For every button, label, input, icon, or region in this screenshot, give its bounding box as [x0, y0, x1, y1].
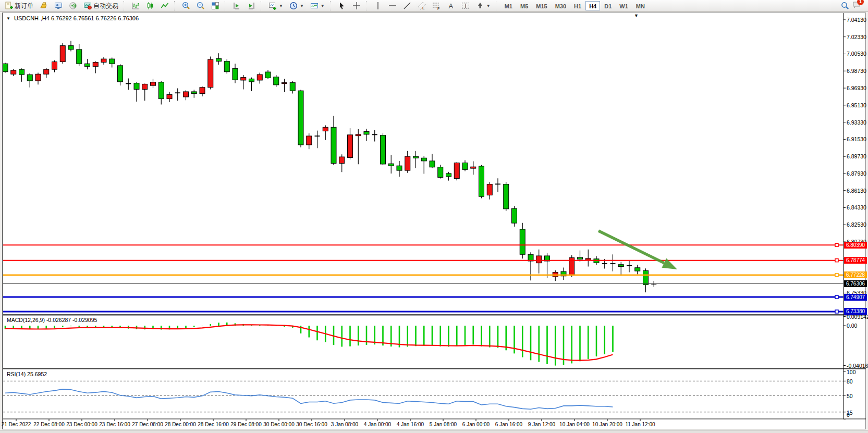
candle	[454, 162, 459, 180]
toolbar-separator	[174, 1, 177, 10]
cursor-button[interactable]	[335, 1, 349, 11]
line-handle[interactable]	[835, 295, 838, 299]
zoom-out-icon	[197, 2, 205, 10]
timeframe-button-h4[interactable]: H4	[585, 1, 600, 10]
timeframe-button-m30[interactable]: M30	[552, 1, 570, 10]
new-order-label: 新订单	[15, 2, 33, 10]
label-icon: T	[461, 2, 470, 10]
auto-scroll-icon	[247, 2, 255, 10]
timeframe-button-m5[interactable]: M5	[517, 1, 532, 10]
candle	[11, 69, 16, 76]
candle	[430, 154, 435, 168]
horizontal-line-button[interactable]	[386, 1, 399, 11]
candle	[134, 82, 139, 102]
candle	[27, 73, 32, 87]
vertical-line-button[interactable]	[371, 1, 385, 11]
candle	[348, 128, 353, 159]
timeframe-button-m15[interactable]: M15	[532, 1, 551, 10]
timeframe-button-d1[interactable]: D1	[601, 1, 615, 10]
candle	[126, 78, 131, 90]
crosshair-button[interactable]	[350, 1, 363, 11]
autotrade-button[interactable]: 自动交易	[81, 1, 121, 11]
candle	[35, 73, 41, 85]
candle	[3, 63, 8, 72]
candle	[446, 172, 451, 181]
symbol-dropdown-icon[interactable]: ▼	[6, 16, 10, 21]
candle	[512, 206, 517, 227]
candle	[413, 151, 419, 168]
time-tick-label: 29 Dec 08:00	[230, 422, 262, 427]
periods-button[interactable]: ▼	[287, 1, 307, 11]
chart-window: ▼ USDCNH-,H4 6.76292 6.76561 6.76226 6.7…	[2, 13, 866, 429]
zoom-out-button[interactable]	[194, 1, 207, 11]
chevron-down-icon: ▼	[300, 4, 304, 8]
tile-windows-button[interactable]	[209, 1, 222, 11]
candle	[282, 79, 287, 92]
candle	[298, 90, 303, 147]
zoom-in-button[interactable]	[179, 1, 193, 11]
panel-separator[interactable]	[3, 314, 866, 316]
text-button[interactable]: A	[444, 1, 458, 11]
candle	[233, 64, 238, 83]
market-watch-button[interactable]	[37, 1, 51, 11]
rsi-layer	[3, 381, 843, 412]
label-button[interactable]: T	[459, 1, 472, 11]
time-tick-label: 6 Jan 00:00	[462, 422, 490, 427]
trendline-button[interactable]	[400, 1, 414, 11]
price-tick-label: 6.96930	[847, 85, 866, 91]
current-price-badge: 6.76306	[844, 280, 867, 287]
signal-button[interactable]	[66, 1, 80, 11]
arrows-button[interactable]: ▼	[473, 1, 493, 11]
line-chart-icon	[161, 2, 169, 10]
data-window-button[interactable]	[52, 1, 65, 11]
candle	[167, 92, 172, 102]
candle	[77, 44, 82, 66]
rsi-axis-label: 50	[847, 393, 853, 399]
notifications-button[interactable]: 1	[852, 1, 861, 11]
hlines-layer	[3, 243, 843, 313]
panel-separator[interactable]	[3, 368, 866, 369]
price-tick-label: 7.02330	[847, 34, 866, 40]
time-tick-label: 6 Jan 16:00	[495, 422, 522, 427]
auto-scroll-button[interactable]	[244, 1, 258, 11]
time-tick-label: 22 Dec 08:00	[33, 422, 65, 427]
template-button[interactable]: ▼	[308, 1, 327, 11]
line-handle[interactable]	[835, 259, 838, 262]
price-tick-label: 6.91530	[847, 136, 866, 142]
trend-arrow[interactable]	[598, 231, 664, 263]
candle	[158, 81, 164, 105]
candlestick-chart-button[interactable]	[143, 1, 157, 11]
chart-shift-button[interactable]	[230, 1, 243, 11]
chart-canvas[interactable]	[3, 13, 866, 429]
line-chart-button[interactable]	[158, 1, 172, 11]
frame-layer	[3, 13, 866, 421]
timeframe-button-m1[interactable]: M1	[501, 1, 516, 10]
chart-shift-marker-icon[interactable]: ▼	[634, 13, 639, 18]
candle	[224, 59, 229, 73]
signal-icon	[69, 2, 77, 10]
candle	[44, 68, 49, 78]
crosshair-icon	[352, 2, 361, 10]
macd-axis-label: -0.040162	[847, 363, 868, 369]
new-chart-button[interactable]: ▼	[266, 1, 286, 11]
candle	[200, 86, 205, 96]
time-tick-label: 4 Jan 00:00	[364, 422, 391, 427]
line-handle[interactable]	[835, 243, 838, 246]
candle	[471, 161, 476, 175]
timeframe-button-mn[interactable]: MN	[632, 1, 649, 10]
bar-chart-button[interactable]	[129, 1, 142, 11]
timeframe-button-w1[interactable]: W1	[616, 1, 632, 10]
time-tick-label: 28 Dec 00:00	[165, 422, 196, 427]
candle	[504, 182, 509, 212]
search-icon[interactable]	[841, 2, 849, 10]
arrows-icon	[476, 2, 484, 10]
channel-button[interactable]: E	[415, 1, 429, 11]
timeframe-button-h1[interactable]: H1	[570, 1, 585, 10]
line-handle[interactable]	[835, 310, 838, 313]
candle	[93, 61, 98, 73]
fibonacci-button[interactable]: F	[430, 1, 443, 11]
line-handle[interactable]	[835, 274, 838, 277]
candle	[85, 59, 90, 69]
time-tick-label: 10 Jan 04:00	[559, 422, 590, 427]
new-order-button[interactable]: 新订单	[2, 1, 36, 11]
